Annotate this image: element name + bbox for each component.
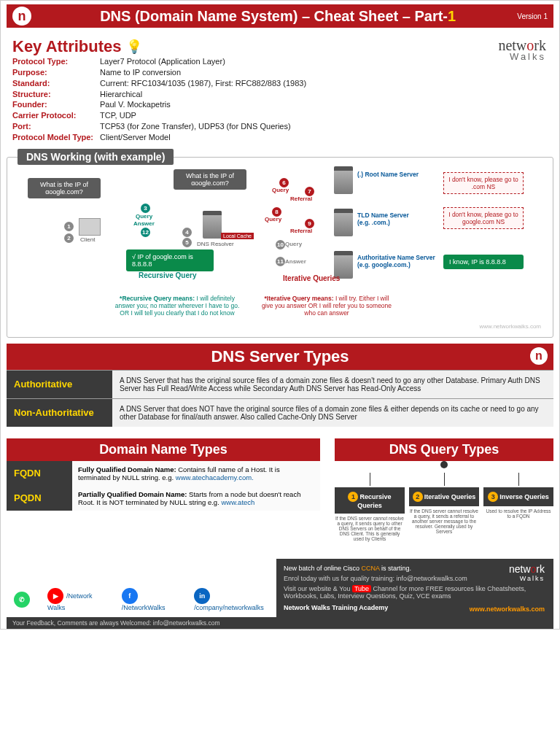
domain-type-row: FQDNFully Qualified Domain Name: Contain… (7, 461, 320, 486)
iterative-query-desc: *Iterative Query means: I will try. Eith… (261, 295, 392, 317)
brand-mark: network Walks (498, 37, 546, 62)
step-2: 2 (64, 233, 74, 243)
footer-url[interactable]: www.networkwalks.com (470, 605, 545, 613)
dns-resolver-icon (203, 211, 222, 239)
auth-ns-label: Authoritative Name Server (e.g. google.c… (357, 254, 438, 268)
step-3: 3 (141, 204, 150, 213)
page-title: DNS (Domain Name System) – Cheat Sheet –… (39, 8, 517, 25)
dns-query-types-section: DNS Query Types 1Recursive QueriesIf the… (335, 438, 553, 549)
linkedin-link[interactable]: in/company/networkwalks (194, 588, 276, 611)
attr-value: Hierarchical (100, 89, 142, 100)
server-type-row: Non-AuthoritativeA DNS Server that does … (7, 398, 553, 427)
attr-row: Purpose:Name to IP conversion (12, 67, 548, 78)
domain-type-name: PQDN (7, 486, 72, 511)
domain-type-row: PQDNPartially Qualified Domain Name: Sta… (7, 486, 320, 511)
root-ns-label: (.) Root Name Server (357, 171, 419, 178)
query-type-item: 3Inverse Queries (483, 487, 553, 506)
resolver-question-bubble: What is the IP of google.com? (174, 169, 246, 190)
social-links: ✆ ▶/Network Walks f/NetworkWalks in/comp… (14, 588, 276, 611)
footer-line2: Enrol today with us for quality training… (284, 575, 546, 582)
server-type-name: Authoritative (7, 371, 112, 398)
query-type-desc: Used to resolve the IP Address to a FQDN (483, 508, 553, 519)
attr-label: Protocol Model Type: (12, 132, 100, 143)
step-1: 1 (64, 222, 74, 231)
step-5: 5 (182, 238, 192, 247)
query-types-tree: 1Recursive QueriesIf the DNS server cann… (335, 461, 553, 549)
footer-line1: New batch of online Cisco CCNA is starti… (284, 565, 546, 572)
attr-value: Name to IP conversion (100, 67, 181, 78)
youtube-link[interactable]: ▶/Network Walks (47, 588, 107, 611)
watermark: www.networkwalks.com (480, 323, 541, 330)
step-11: 11 (276, 257, 285, 266)
answer-bubble: √ IP of google.com is 8.8.8.8 (126, 249, 214, 271)
query-label-8: Query (265, 216, 281, 222)
step-4: 4 (182, 228, 192, 237)
footer-brand: network Walks (509, 563, 545, 582)
attr-label: Founder: (12, 99, 100, 110)
server-type-desc: A DNS Server that has the original sourc… (112, 371, 553, 398)
tree-root-icon (440, 461, 448, 468)
page: n DNS (Domain Name System) – Cheat Sheet… (0, 0, 560, 630)
referral-label-7: Referral (290, 196, 312, 202)
title-text: DNS (Domain Name System) – Cheat Sheet –… (100, 8, 448, 24)
lightbulb-icon: 💡 (126, 39, 142, 55)
server-type-desc: A DNS Server that does NOT have the orig… (112, 399, 553, 427)
server-types-banner: DNS Server Types n (7, 344, 553, 370)
answer-label-12: Answer (133, 220, 155, 227)
attr-label: Purpose: (12, 67, 100, 78)
query-type-desc: If the DNS server cannot resolve a query… (335, 516, 405, 542)
domain-types-banner: Domain Name Types (7, 438, 320, 461)
query-type-item: 2Iterative Queries (409, 487, 479, 506)
recursive-query-desc: *Recursive Query means: I will definitel… (112, 295, 243, 317)
brand-logo-icon: n (12, 7, 31, 26)
client-label: Client (80, 236, 95, 243)
whatsapp-icon[interactable]: ✆ (14, 592, 33, 608)
feedback-line: Your Feedback, Comments are always Welco… (7, 617, 553, 629)
query-label-10: Query (285, 241, 302, 247)
client-pc-icon (79, 218, 101, 236)
step-12: 12 (141, 228, 150, 237)
query-type-item: 1Recursive Queries (335, 487, 405, 514)
two-column-row: Domain Name Types FQDNFully Qualified Do… (7, 438, 553, 549)
attr-row: Founder:Paul V. Mockapetris (12, 99, 548, 110)
query-types-banner: DNS Query Types (335, 438, 553, 461)
footer-line3: Visit our website & You Tube Channel for… (284, 585, 546, 600)
attr-label: Carrier Protocol: (12, 110, 100, 121)
facebook-link[interactable]: f/NetworkWalks (122, 588, 179, 611)
attr-row: Carrier Protocol:TCP, UDP (12, 110, 548, 121)
tld-ns-icon (334, 209, 353, 236)
attr-row: Standard:Current: RFC1034/1035 (1987), F… (12, 78, 548, 89)
youtube-icon: Tube (352, 585, 371, 592)
root-response-box: I don't know, please go to .com NS (443, 172, 524, 194)
header-bar: n DNS (Domain Name System) – Cheat Sheet… (7, 4, 553, 28)
referral-label-9: Referral (290, 228, 312, 234)
tld-response-box: I don't know, please go to google.com NS (443, 207, 524, 229)
attr-row: Protocol Model Type:Client/Server Model (12, 132, 548, 143)
attr-row: Structure:Hierarchical (12, 89, 548, 100)
brand-logo-small-icon: n (530, 347, 548, 365)
footer-box: network Walks New batch of online Cisco … (276, 559, 553, 617)
server-type-row: AuthoritativeA DNS Server that has the o… (7, 370, 553, 398)
attr-label: Standard: (12, 78, 100, 89)
resolver-label: DNS Resolver (197, 241, 234, 247)
server-type-name: Non-Authoritative (7, 399, 112, 427)
domain-type-desc: Fully Qualified Domain Name: Contains fu… (72, 461, 320, 486)
key-attributes-section: network Walks Key Attributes 💡 Protocol … (7, 34, 553, 147)
query-type-number: 1 (348, 492, 358, 502)
client-question-bubble: What is the IP of google.com? (28, 178, 101, 198)
auth-response-box: I know, IP is 8.8.8.8 (443, 255, 524, 269)
attr-value: Client/Server Model (100, 132, 171, 143)
recursive-query-label: Recursive Query (139, 271, 197, 279)
attr-value: Paul V. Mockapetris (100, 99, 171, 110)
query-type-number: 2 (413, 492, 423, 502)
domain-name-types-section: Domain Name Types FQDNFully Qualified Do… (7, 438, 320, 549)
tld-ns-label: TLD Name Server (e.g. .com.) (357, 212, 423, 226)
attr-label: Port: (12, 121, 100, 132)
attr-value: TCP, UDP (100, 110, 136, 121)
attr-value: Current: RFC1034/1035 (1987), First: RFC… (100, 78, 306, 89)
dns-working-title: DNS Working (with example) (18, 149, 174, 165)
key-attributes-heading: Key Attributes 💡 (12, 37, 548, 56)
domain-type-name: FQDN (7, 461, 72, 486)
answer-label-11: Answer (285, 258, 306, 265)
version-label: Version 1 (517, 12, 548, 20)
